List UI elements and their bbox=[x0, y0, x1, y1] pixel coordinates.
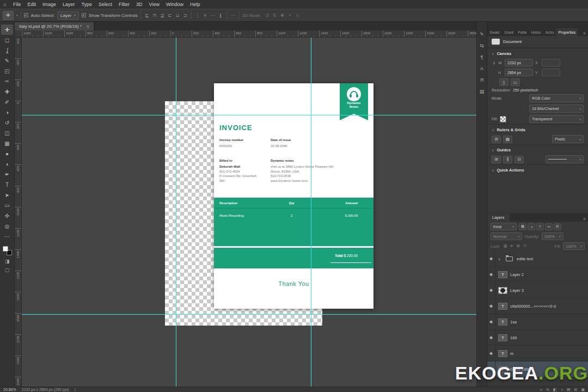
layer-filter-icon[interactable]: ⊞ bbox=[554, 223, 561, 230]
tool-button[interactable]: ⋯ bbox=[1, 231, 13, 242]
menu-item[interactable]: Layer bbox=[59, 2, 78, 7]
distribute-icon[interactable]: ∥ bbox=[217, 12, 224, 19]
tool-preset-arrow[interactable]: ▾ bbox=[16, 14, 18, 17]
align-icon[interactable]: ⊓ bbox=[151, 12, 158, 19]
layer-row[interactable]: ◉ T 01.01.1990 bbox=[487, 362, 588, 377]
more-options-icon[interactable]: ⋯ bbox=[230, 12, 236, 19]
layers-action-icon[interactable]: ⊞ bbox=[574, 388, 578, 392]
tool-button[interactable]: ↺ bbox=[1, 118, 13, 128]
units-dropdown[interactable]: Pixels ▾ bbox=[552, 135, 584, 143]
guide-columns-button[interactable]: ⫼ bbox=[503, 156, 512, 163]
visibility-eye-icon[interactable]: ◉ bbox=[487, 298, 495, 314]
guide-vertical-1[interactable] bbox=[176, 38, 176, 387]
panel-tab[interactable]: Swatc bbox=[487, 28, 502, 36]
3d-mode-icon[interactable]: ⌖ bbox=[287, 12, 293, 19]
tool-button[interactable]: ◫ bbox=[1, 128, 13, 138]
auto-select-checkbox[interactable]: ✓ bbox=[24, 13, 28, 17]
layer-name[interactable]: 1sa bbox=[510, 320, 517, 324]
x-field[interactable] bbox=[542, 59, 560, 66]
tool-button[interactable]: ▦ bbox=[1, 138, 13, 149]
section-canvas[interactable]: ∨ Canvas bbox=[487, 48, 588, 58]
fill-dropdown[interactable]: Transparent ▾ bbox=[529, 115, 584, 123]
layer-name[interactable]: Layer 3 bbox=[510, 288, 524, 293]
layer-name[interactable]: 01.01.1990 bbox=[510, 367, 531, 372]
quick-mask-icon[interactable]: ◨ bbox=[5, 259, 10, 264]
tab-layers[interactable]: Layers bbox=[487, 213, 510, 222]
toggle-rulers-button[interactable]: ⊞ bbox=[492, 136, 501, 143]
home-icon[interactable]: ⌂ bbox=[0, 2, 10, 7]
layer-filter-icon[interactable]: ▦ bbox=[519, 223, 526, 230]
color-mode-dropdown[interactable]: RGB Color ▾ bbox=[529, 94, 584, 102]
align-icon[interactable]: ⊏ bbox=[167, 12, 173, 19]
visibility-eye-icon[interactable]: ◉ bbox=[487, 267, 495, 282]
menu-item[interactable]: Type bbox=[78, 2, 96, 7]
section-rulers-grids[interactable]: ∨ Rulers & Grids bbox=[487, 124, 588, 134]
lock-icon[interactable]: ⊞ bbox=[516, 244, 521, 248]
layer-filter-icon[interactable]: ▭ bbox=[545, 223, 553, 230]
show-transform-checkbox[interactable]: ✓ bbox=[82, 13, 86, 17]
menu-item[interactable]: Image bbox=[39, 2, 59, 7]
distribute-icon[interactable]: ⋯ bbox=[210, 12, 216, 19]
visibility-eye-icon[interactable]: ◉ bbox=[487, 283, 495, 298]
close-icon[interactable]: × bbox=[87, 24, 89, 29]
layer-row[interactable]: ◉ T 1sa bbox=[487, 314, 588, 330]
menu-item[interactable]: Select bbox=[95, 2, 115, 7]
layer-name[interactable]: 169 bbox=[510, 335, 517, 340]
layers-action-icon[interactable]: ▣ bbox=[581, 388, 585, 392]
width-field[interactable]: 2232 px bbox=[505, 59, 533, 66]
3d-mode-icon[interactable]: ↺ bbox=[264, 12, 271, 19]
layers-action-icon[interactable]: ∞ bbox=[540, 388, 543, 392]
menu-item[interactable]: File bbox=[10, 2, 24, 7]
3d-mode-icon[interactable]: ◇ bbox=[295, 12, 301, 19]
auto-select-target-dropdown[interactable]: Layer ▾ bbox=[57, 11, 79, 20]
panel-tab[interactable]: Actio bbox=[543, 28, 556, 36]
layer-row[interactable]: ◉ T Layer 3 bbox=[487, 283, 588, 298]
section-quick-actions[interactable]: ∨ Quick Actions bbox=[487, 164, 588, 174]
panel-tab[interactable]: Patte bbox=[516, 28, 529, 36]
filter-kind-dropdown[interactable]: Kind ▾ bbox=[491, 223, 517, 230]
foreground-color-swatch[interactable] bbox=[3, 246, 8, 252]
y-field[interactable] bbox=[542, 69, 560, 76]
status-chevron-icon[interactable]: ⟩ bbox=[75, 388, 76, 392]
tool-button[interactable]: ◖ bbox=[1, 159, 13, 169]
canvas-viewport[interactable]: 6004002000200400600800100012001400160018… bbox=[15, 38, 476, 387]
panel-tab[interactable]: Gradi bbox=[502, 28, 516, 36]
tool-button[interactable]: ◻ bbox=[1, 35, 13, 45]
menu-item[interactable]: Edit bbox=[24, 2, 40, 7]
tool-button[interactable]: ✐ bbox=[1, 97, 13, 107]
tool-button[interactable]: ▭ bbox=[1, 200, 13, 211]
layer-row[interactable]: ◉ T cifa000000...<<<<<<<0 d bbox=[487, 298, 588, 314]
horizontal-ruler[interactable]: 1400120010008006004002000200400600800100… bbox=[15, 30, 476, 38]
guide-horizontal-2[interactable] bbox=[22, 314, 476, 315]
tool-button[interactable]: ◎ bbox=[1, 221, 13, 231]
lock-icon[interactable]: ✛ bbox=[509, 244, 514, 248]
lock-icon[interactable]: ⊓ bbox=[522, 244, 528, 248]
layer-name[interactable]: m bbox=[510, 351, 513, 356]
tool-button[interactable]: ✎ bbox=[1, 56, 13, 66]
blend-mode-dropdown[interactable]: Normal ▾ bbox=[491, 232, 522, 240]
layers-action-icon[interactable]: ◧ bbox=[553, 388, 557, 392]
ruler-origin-corner[interactable] bbox=[15, 30, 22, 38]
distribute-icon[interactable]: ≡ bbox=[202, 12, 209, 19]
panel-tab[interactable]: Properties bbox=[556, 28, 578, 36]
menu-item[interactable]: 3D bbox=[133, 2, 146, 7]
layer-row[interactable]: ◉ T m bbox=[487, 346, 588, 362]
fill-dropdown[interactable]: 100% ▾ bbox=[563, 242, 585, 250]
panel-icon[interactable]: ⇆ bbox=[480, 43, 484, 48]
panel-menu-icon[interactable]: ≡ bbox=[581, 217, 588, 222]
toggle-grid-button[interactable]: ▦ bbox=[503, 136, 512, 143]
3d-mode-icon[interactable]: ↻ bbox=[272, 12, 278, 19]
lock-icon[interactable]: ▨ bbox=[503, 244, 508, 248]
distribute-icon[interactable]: ⋮ bbox=[194, 12, 201, 19]
link-dimensions-icon[interactable]: ∞ bbox=[492, 60, 497, 65]
guide-style-dropdown[interactable]: ▾ bbox=[546, 155, 584, 163]
group-expand-icon[interactable]: ∨ bbox=[498, 257, 502, 261]
tool-button[interactable]: ◰ bbox=[1, 66, 13, 76]
guide-horizontal-1[interactable] bbox=[22, 115, 476, 115]
panel-icon[interactable]: ▤ bbox=[480, 89, 485, 94]
tool-button[interactable]: ✑ bbox=[1, 76, 13, 87]
layers-action-icon[interactable]: ◑ bbox=[561, 388, 563, 392]
menu-item[interactable]: Help bbox=[187, 2, 204, 7]
panel-menu-icon[interactable]: ≡ bbox=[581, 31, 588, 36]
layer-row[interactable]: ◉ T Layer 2 bbox=[487, 267, 588, 283]
